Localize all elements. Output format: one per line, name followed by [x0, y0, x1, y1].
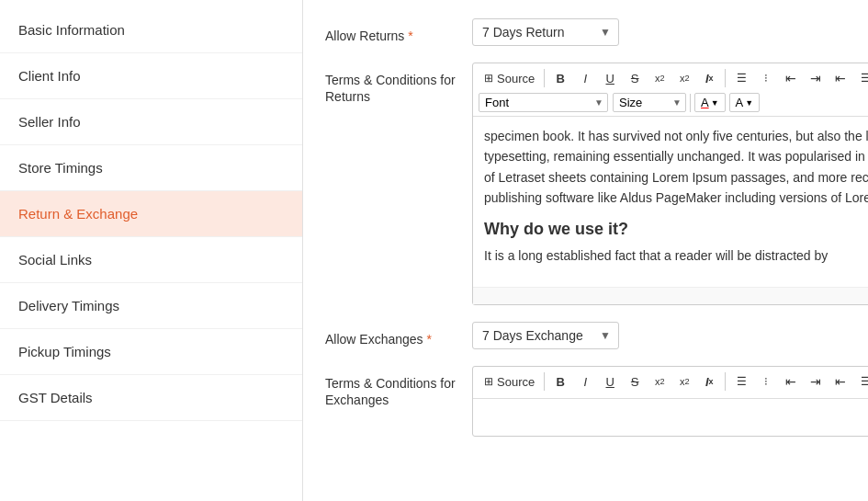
sidebar-item-client-info[interactable]: Client Info: [0, 53, 302, 99]
exchanges-superscript-button[interactable]: x2: [672, 370, 696, 393]
italic-button[interactable]: I: [573, 67, 597, 89]
superscript-button[interactable]: x2: [672, 67, 696, 89]
exchanges-outdent-button[interactable]: ⇤: [779, 370, 803, 393]
exchanges-subscript-button[interactable]: x2: [648, 370, 671, 393]
exchanges-toolbar-divider2: [725, 372, 726, 391]
content-heading: Why do we use it?: [484, 216, 868, 243]
allow-exchanges-row: Allow Exchanges * 7 Days Exchange14 Days…: [325, 322, 846, 349]
rte-exchanges-toolbar-row1: ⊞ Source B I U S x2 x2 Ix ☰ ⁝: [479, 370, 868, 393]
allow-returns-select-wrap[interactable]: 7 Days Return14 Days Return30 Days Retur…: [472, 18, 619, 46]
toolbar-divider2: [725, 69, 726, 87]
exchanges-underline-button[interactable]: U: [598, 370, 622, 393]
bg-color-button[interactable]: A ▼: [729, 93, 761, 112]
ul-button[interactable]: ⁝: [754, 67, 778, 89]
align-left-button[interactable]: ⇤: [829, 67, 852, 89]
allow-exchanges-label: Allow Exchanges *: [325, 322, 472, 347]
bold-button[interactable]: B: [548, 67, 572, 89]
exchanges-bold-button[interactable]: B: [548, 370, 572, 393]
source-button[interactable]: ⊞ Source: [479, 70, 540, 87]
rte-content[interactable]: specimen book. It has survived not only …: [473, 117, 868, 287]
source-icon: ⊞: [484, 72, 493, 85]
allow-exchanges-control: 7 Days Exchange14 Days Exchange30 Days E…: [472, 322, 846, 349]
exchanges-ul-button[interactable]: ⁝: [754, 370, 778, 393]
exchanges-toolbar-divider: [544, 372, 545, 391]
exchanges-align-left-button[interactable]: ⇤: [829, 370, 852, 393]
exchanges-italic-x-button[interactable]: Ix: [697, 370, 721, 393]
rte-toolbar-row1: ⊞ Source B I U S x2 x2 Ix ☰ ⁝: [479, 67, 868, 89]
outdent-button[interactable]: ⇤: [779, 67, 803, 89]
required-indicator: *: [408, 28, 412, 43]
font-color-button[interactable]: A ▼: [694, 93, 726, 112]
font-select[interactable]: Font Arial Times New Roman: [485, 96, 602, 109]
rte-toolbar-exchanges: ⊞ Source B I U S x2 x2 Ix ☰ ⁝: [473, 367, 868, 399]
exchanges-source-icon: ⊞: [484, 375, 493, 388]
ol-button[interactable]: ☰: [729, 67, 753, 89]
indent-button[interactable]: ⇥: [804, 67, 828, 89]
rte-toolbar-returns: ⊞ Source B I U S x2 x2 Ix ☰ ⁝: [473, 63, 868, 117]
content-para1: specimen book. It has survived not only …: [484, 126, 868, 209]
allow-returns-label: Allow Returns *: [325, 18, 472, 44]
terms-exchanges-row: Terms & Conditions for Exchanges ⊞ Sourc…: [325, 366, 846, 437]
allow-exchanges-select-wrap[interactable]: 7 Days Exchange14 Days Exchange30 Days E…: [472, 322, 619, 349]
size-select[interactable]: Size 12 14 16 18: [619, 96, 674, 109]
rte-resize-handle[interactable]: ◢: [473, 287, 868, 304]
terms-returns-editor: ⊞ Source B I U S x2 x2 Ix ☰ ⁝: [472, 63, 868, 305]
rte-exchanges-content[interactable]: [473, 399, 868, 436]
font-color-arrow: ▼: [711, 98, 719, 108]
exchanges-align-center-button[interactable]: ☰: [853, 370, 868, 393]
rte-exchanges: ⊞ Source B I U S x2 x2 Ix ☰ ⁝: [472, 366, 868, 437]
rte-toolbar-row2: Font Arial Times New Roman ▼ Size 12 14: [479, 93, 868, 112]
terms-returns-label: Terms & Conditions for Returns: [325, 63, 472, 105]
sidebar-item-seller-info[interactable]: Seller Info: [0, 99, 302, 145]
font-select-wrap[interactable]: Font Arial Times New Roman ▼: [479, 93, 608, 112]
content-para2: It is a long established fact that a rea…: [484, 245, 868, 266]
subscript-button[interactable]: x2: [648, 67, 671, 89]
exchanges-italic-button[interactable]: I: [573, 370, 597, 393]
rte-returns: ⊞ Source B I U S x2 x2 Ix ☰ ⁝: [472, 63, 868, 305]
main-content: Allow Returns * 7 Days Return14 Days Ret…: [303, 0, 868, 501]
toolbar-divider: [544, 69, 545, 87]
bg-color-arrow: ▼: [745, 98, 753, 108]
strikethrough-button[interactable]: S: [623, 67, 647, 89]
exchanges-ol-button[interactable]: ☰: [729, 370, 753, 393]
size-select-wrap[interactable]: Size 12 14 16 18 ▼: [613, 93, 686, 112]
allow-exchanges-select[interactable]: 7 Days Exchange14 Days Exchange30 Days E…: [482, 328, 609, 343]
bg-color-a: A: [736, 96, 744, 109]
sidebar-item-delivery-timings[interactable]: Delivery Timings: [0, 283, 302, 329]
sidebar: Basic InformationClient InfoSeller InfoS…: [0, 0, 303, 501]
sidebar-item-store-timings[interactable]: Store Timings: [0, 145, 302, 191]
terms-exchanges-editor: ⊞ Source B I U S x2 x2 Ix ☰ ⁝: [472, 366, 868, 437]
exchanges-required-indicator: *: [427, 332, 432, 347]
sidebar-item-pickup-timings[interactable]: Pickup Timings: [0, 329, 302, 375]
rte-content-wrap: specimen book. It has survived not only …: [473, 117, 868, 304]
font-color-a: A: [701, 96, 709, 109]
exchanges-indent-button[interactable]: ⇥: [804, 370, 828, 393]
allow-returns-select[interactable]: 7 Days Return14 Days Return30 Days Retur…: [482, 25, 602, 40]
allow-returns-control: 7 Days Return14 Days Return30 Days Retur…: [472, 18, 846, 46]
sidebar-item-return-exchange[interactable]: Return & Exchange: [0, 191, 302, 237]
exchanges-source-button[interactable]: ⊞ Source: [479, 373, 540, 391]
sidebar-item-basic-information[interactable]: Basic Information: [0, 7, 302, 53]
exchanges-strikethrough-button[interactable]: S: [623, 370, 647, 393]
terms-returns-row: Terms & Conditions for Returns ⊞ Source …: [325, 63, 846, 305]
terms-exchanges-label: Terms & Conditions for Exchanges: [325, 366, 472, 408]
sidebar-item-gst-details[interactable]: GST Details: [0, 375, 302, 421]
underline-button[interactable]: U: [598, 67, 622, 89]
align-center-button[interactable]: ☰: [853, 67, 868, 89]
italic-x-button[interactable]: Ix: [697, 67, 721, 89]
toolbar-divider3: [690, 94, 691, 112]
sidebar-item-social-links[interactable]: Social Links: [0, 237, 302, 283]
allow-returns-row: Allow Returns * 7 Days Return14 Days Ret…: [325, 18, 846, 46]
